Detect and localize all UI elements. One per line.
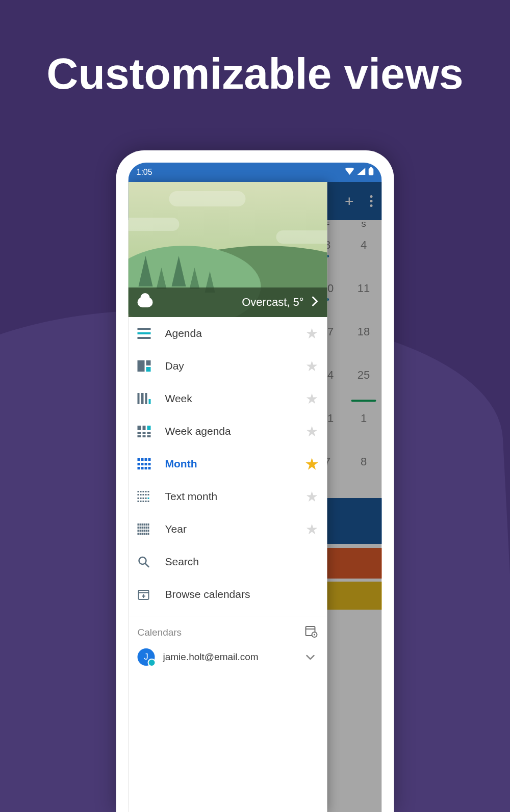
nav-item-label: Week agenda	[165, 425, 231, 437]
search-icon	[138, 556, 151, 568]
cal-add-icon	[138, 588, 151, 600]
calendar-settings-icon[interactable]	[305, 624, 318, 640]
favorite-star-icon[interactable]: ★	[305, 456, 318, 473]
navigation-drawer: Overcast, 5° Agenda★Day★Week★Week agenda…	[129, 182, 327, 812]
battery-icon	[369, 167, 374, 177]
nav-item-label: Week	[165, 392, 192, 405]
nav-item-label: Month	[165, 458, 197, 470]
favorite-star-icon[interactable]: ★	[305, 325, 318, 342]
cloud-icon	[138, 297, 153, 307]
svg-rect-0	[369, 168, 374, 175]
chevron-down-icon[interactable]	[303, 648, 318, 666]
nav-item-search[interactable]: Search	[129, 545, 327, 578]
nav-item-label: Text month	[165, 490, 218, 503]
nav-item-label: Search	[165, 556, 199, 568]
wifi-icon	[345, 168, 354, 177]
calendars-section-header: Calendars	[129, 621, 327, 643]
nav-item-year[interactable]: Year★	[129, 513, 327, 545]
agenda-icon	[138, 328, 151, 339]
status-time: 1:05	[137, 168, 152, 177]
day-icon	[138, 360, 151, 372]
week-icon	[138, 393, 151, 404]
phone-mockup: 1:05 +	[116, 150, 394, 812]
divider	[129, 616, 327, 616]
status-bar: 1:05	[129, 163, 382, 182]
drawer-hero: Overcast, 5°	[129, 182, 327, 317]
weather-bar[interactable]: Overcast, 5°	[129, 287, 327, 317]
avatar: J	[138, 648, 155, 666]
phone-screen: 1:05 +	[129, 163, 382, 812]
nav-item-day[interactable]: Day★	[129, 350, 327, 382]
weather-text: Overcast, 5°	[242, 296, 303, 309]
year-icon	[138, 523, 151, 535]
nav-item-week[interactable]: Week★	[129, 382, 327, 415]
app-body: + F S 3410111718242531178	[129, 182, 382, 812]
calendars-section-title: Calendars	[138, 627, 182, 638]
favorite-star-icon[interactable]: ★	[305, 390, 318, 407]
nav-item-agenda[interactable]: Agenda★	[129, 317, 327, 350]
nav-item-month[interactable]: Month★	[129, 448, 327, 480]
nav-item-label: Agenda	[165, 327, 202, 339]
signal-icon	[358, 168, 366, 177]
headline-text: Customizable views	[46, 48, 463, 99]
nav-item-text-month[interactable]: Text month★	[129, 480, 327, 513]
account-email: jamie.holt@email.com	[163, 651, 259, 663]
svg-line-3	[145, 563, 149, 567]
week-agenda-icon	[138, 426, 151, 437]
svg-point-11	[314, 634, 315, 636]
chevron-right-icon	[312, 295, 318, 309]
nav-list: Agenda★Day★Week★Week agenda★Month★Text m…	[129, 317, 327, 812]
favorite-star-icon[interactable]: ★	[305, 358, 318, 375]
nav-item-week-agenda[interactable]: Week agenda★	[129, 415, 327, 448]
svg-rect-1	[370, 167, 372, 169]
nav-item-label: Day	[165, 360, 184, 372]
status-icons	[345, 167, 374, 177]
favorite-star-icon[interactable]: ★	[305, 423, 318, 440]
nav-item-browse[interactable]: Browse calendars	[129, 578, 327, 611]
favorite-star-icon[interactable]: ★	[305, 488, 318, 505]
nav-item-label: Year	[165, 523, 187, 535]
text-month-icon	[138, 491, 151, 502]
favorite-star-icon[interactable]: ★	[305, 521, 318, 538]
account-row[interactable]: Jjamie.holt@email.com	[129, 643, 327, 671]
month-icon	[138, 458, 151, 469]
nav-item-label: Browse calendars	[165, 588, 250, 600]
